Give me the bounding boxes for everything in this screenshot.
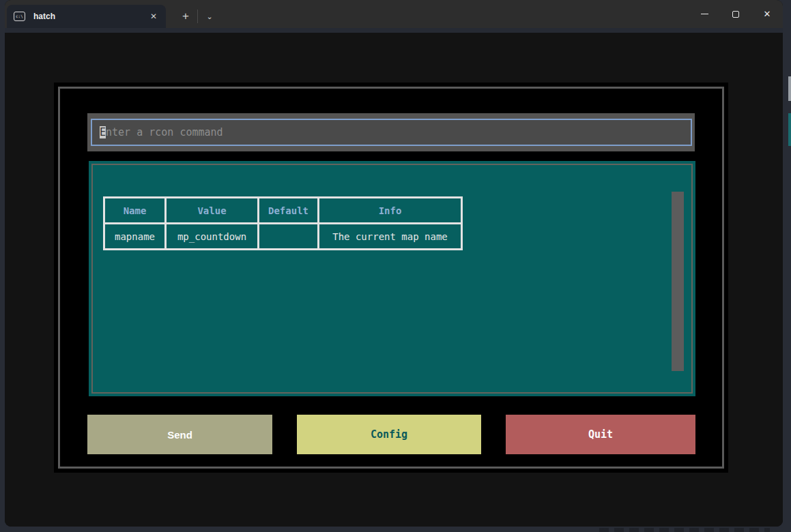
cvar-results-panel: Name Value Default Info mapname mp_count… bbox=[89, 161, 695, 396]
rcon-command-input[interactable]: Enter a rcon command bbox=[91, 119, 692, 146]
header-default: Default bbox=[259, 198, 319, 224]
tabstrip-accent bbox=[5, 28, 783, 33]
terminal-window: c:\ hatch ✕ + ⌄ ✕ bbox=[5, 0, 783, 527]
cmd-prompt-icon: c:\ bbox=[14, 12, 25, 21]
new-tab-button[interactable]: + bbox=[175, 5, 196, 28]
maximize-button[interactable] bbox=[720, 0, 751, 28]
window-controls: ✕ bbox=[689, 0, 783, 28]
cell-default bbox=[259, 224, 319, 250]
desktop-backdrop: c:\ hatch ✕ + ⌄ ✕ bbox=[0, 0, 791, 532]
background-window-fragment bbox=[788, 113, 791, 146]
header-info: Info bbox=[319, 198, 462, 224]
table-row[interactable]: mapname mp_countdown The current map nam… bbox=[104, 224, 462, 250]
action-button-row: Send Config Quit bbox=[87, 415, 695, 454]
input-placeholder: nter a rcon command bbox=[106, 126, 223, 138]
config-button[interactable]: Config bbox=[297, 415, 481, 454]
close-icon: ✕ bbox=[764, 9, 771, 19]
app-frame: Enter a rcon command Name Value Default bbox=[58, 87, 724, 469]
cell-value: mp_countdown bbox=[166, 224, 259, 250]
header-value: Value bbox=[166, 198, 259, 224]
cell-info: The current map name bbox=[319, 224, 462, 250]
maximize-icon bbox=[732, 11, 739, 18]
scrollbar[interactable] bbox=[672, 192, 684, 371]
cvar-table: Name Value Default Info mapname mp_count… bbox=[103, 196, 463, 250]
command-input-panel: Enter a rcon command bbox=[87, 113, 695, 151]
header-name: Name bbox=[104, 198, 166, 224]
minimize-icon bbox=[701, 14, 708, 14]
tab-dropdown-icon[interactable]: ⌄ bbox=[199, 5, 220, 28]
titlebar[interactable]: c:\ hatch ✕ + ⌄ ✕ bbox=[5, 0, 783, 28]
background-window-fragment bbox=[599, 528, 770, 532]
send-button[interactable]: Send bbox=[87, 415, 272, 454]
tabbar-separator bbox=[197, 10, 198, 23]
text-cursor: E bbox=[100, 126, 106, 138]
tab-hatch[interactable]: c:\ hatch ✕ bbox=[7, 5, 166, 28]
background-window-fragment bbox=[788, 76, 791, 101]
table-header-row: Name Value Default Info bbox=[104, 198, 462, 224]
rcon-tui-app: Enter a rcon command Name Value Default bbox=[54, 83, 728, 473]
cell-name: mapname bbox=[104, 224, 166, 250]
minimize-button[interactable] bbox=[689, 0, 720, 28]
tab-close-icon[interactable]: ✕ bbox=[147, 10, 160, 23]
terminal-viewport: Enter a rcon command Name Value Default bbox=[5, 33, 783, 527]
tab-title: hatch bbox=[33, 12, 147, 21]
close-button[interactable]: ✕ bbox=[751, 0, 783, 28]
quit-button[interactable]: Quit bbox=[506, 415, 695, 454]
